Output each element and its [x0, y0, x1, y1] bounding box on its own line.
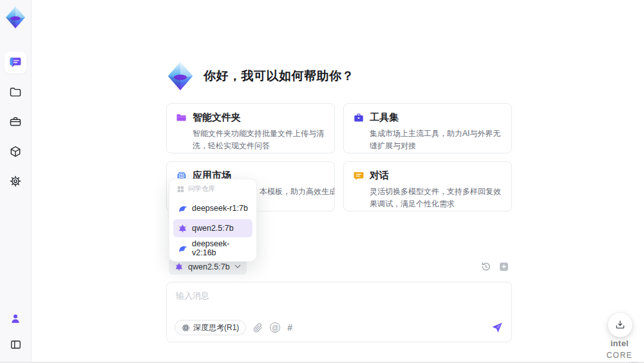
sidebar-item-account[interactable]: [6, 309, 25, 328]
new-chat-icon[interactable]: [498, 261, 509, 272]
sidebar-item-toolbox[interactable]: [5, 111, 26, 133]
send-icon[interactable]: [491, 321, 504, 334]
sidebar-nav: [5, 52, 26, 192]
qwen-icon: [178, 224, 187, 233]
chevron-down-icon: [234, 264, 241, 269]
sidebar-item-models[interactable]: [5, 141, 26, 162]
sidebar-item-chat[interactable]: [5, 52, 26, 74]
sidebar: [0, 0, 32, 362]
download-button[interactable]: [608, 313, 632, 337]
model-option-label: deepseek-r1:7b: [192, 204, 248, 213]
sidebar-item-folders[interactable]: [5, 81, 26, 103]
intel-core-ultra-logo: intel CORE ultra: [596, 337, 643, 363]
chat-filled-icon: [353, 170, 365, 182]
intel-wordmark: intel: [611, 338, 629, 348]
message-input[interactable]: [167, 282, 511, 312]
model-dropdown-header-label: 问学仓库: [188, 184, 215, 193]
deepseek-icon: [178, 204, 187, 213]
ultra-wordmark: ultra: [596, 360, 643, 363]
briefcase-icon: [9, 115, 22, 128]
card-desc: 灵活切换多模型文件，支持多样回复效果调试，满足个性化需求: [370, 186, 502, 210]
paperclip-icon[interactable]: [253, 323, 263, 333]
card-dialogue[interactable]: 对话 灵活切换多模型文件，支持多样回复效果调试，满足个性化需求: [343, 161, 512, 211]
deep-think-label: 深度思考(R1): [193, 322, 239, 333]
model-option-deepseek-v2[interactable]: deepseek-v2:16b: [173, 239, 252, 257]
repo-grid-icon: [177, 186, 184, 193]
greeting: 你好，我可以如何帮助你？: [166, 61, 354, 92]
qwen-icon: [175, 262, 184, 271]
brand-diamond-icon: [5, 5, 26, 30]
card-desc: 智能文件夹功能支持批量文件上传与清洗，轻松实现文件问答: [193, 128, 325, 152]
card-smart-folder[interactable]: 智能文件夹 智能文件夹功能支持批量文件上传与清洗，轻松实现文件问答: [166, 103, 335, 153]
composer-toolbar: 深度思考(R1) @ #: [175, 320, 504, 335]
sidebar-item-collapse[interactable]: [6, 335, 25, 354]
cube-icon: [9, 145, 22, 158]
panel-icon: [10, 338, 22, 351]
app-window: 你好，我可以如何帮助你？ 智能文件夹 智能文件夹功能支持批量文件上传与清洗，轻松…: [0, 0, 644, 363]
main-content: 你好，我可以如何帮助你？ 智能文件夹 智能文件夹功能支持批量文件上传与清洗，轻松…: [166, 0, 512, 362]
model-dropdown-header: 问学仓库: [173, 183, 252, 197]
hash-icon[interactable]: #: [287, 322, 292, 333]
folder-filled-icon: [176, 112, 187, 124]
folder-icon: [9, 86, 22, 99]
mention-icon[interactable]: @: [270, 322, 280, 333]
person-icon: [10, 313, 21, 324]
greeting-title: 你好，我可以如何帮助你？: [204, 68, 354, 84]
deepseek-icon: [178, 244, 187, 253]
card-desc: 集成市场上主流工具，助力AI与外界无缝扩展与对接: [370, 128, 502, 152]
card-toolset[interactable]: 工具集 集成市场上主流工具，助力AI与外界无缝扩展与对接: [343, 103, 512, 153]
model-option-label: deepseek-v2:16b: [192, 239, 248, 257]
atom-icon: [182, 324, 190, 332]
card-title: 对话: [370, 170, 389, 182]
model-selector-label: qwen2.5:7b: [188, 262, 230, 271]
card-title: 智能文件夹: [193, 112, 241, 124]
card-title: 工具集: [370, 112, 399, 124]
sidebar-item-settings[interactable]: [5, 170, 26, 192]
sidebar-bottom: [6, 309, 25, 354]
deep-think-toggle[interactable]: 深度思考(R1): [175, 320, 246, 335]
composer: 深度思考(R1) @ #: [166, 282, 512, 342]
model-option-qwen[interactable]: qwen2.5:7b: [173, 219, 252, 237]
brand-diamond-icon: [166, 61, 194, 92]
briefcase-filled-icon: [353, 112, 365, 124]
model-option-deepseek-r1[interactable]: deepseek-r1:7b: [173, 199, 252, 217]
chat-bubble-icon: [9, 56, 22, 69]
history-icon[interactable]: [480, 261, 491, 272]
gear-icon: [9, 175, 22, 188]
download-icon: [614, 319, 626, 331]
chat-toolbar: [480, 261, 509, 272]
core-wordmark: CORE: [607, 351, 633, 360]
model-dropdown: 问学仓库 deepseek-r1:7b qwen2.5:7b: [169, 179, 257, 262]
model-option-label: qwen2.5:7b: [192, 224, 234, 233]
